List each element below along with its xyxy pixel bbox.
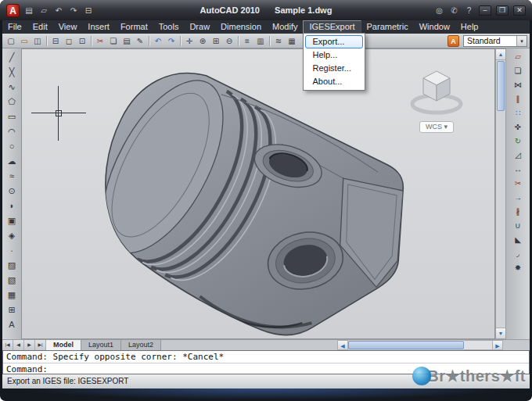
open-file-icon[interactable]: ▭ [18, 35, 31, 47]
next-tab-icon[interactable]: ▶ [24, 340, 35, 350]
menu-modify[interactable]: Modify [267, 20, 303, 34]
scroll-down-icon[interactable]: ▼ [496, 328, 505, 338]
menu-draw[interactable]: Draw [184, 20, 215, 34]
layers-icon[interactable]: ≋ [272, 35, 285, 47]
publish-icon[interactable]: ⊡ [76, 35, 88, 47]
zoom-realtime-icon[interactable]: ⊕ [196, 35, 209, 47]
previous-tab-icon[interactable]: ◀ [13, 340, 24, 350]
chamfer-icon[interactable]: ◣ [510, 233, 526, 247]
last-tab-icon[interactable]: ▶| [35, 340, 46, 350]
scroll-right-icon[interactable]: ▶ [492, 340, 503, 350]
ellipse-icon[interactable]: ⊙ [4, 184, 20, 199]
spline-icon[interactable]: ≈ [4, 169, 20, 184]
plot-tool-icon[interactable]: ⊟ [49, 35, 62, 47]
menu-view[interactable]: View [53, 20, 83, 34]
close-button[interactable]: ✕ [513, 5, 526, 16]
menu-item-about[interactable]: About... [305, 75, 363, 88]
menu-parametric[interactable]: Parametric [361, 20, 414, 34]
tab-model[interactable]: Model [46, 340, 81, 350]
copy-object-icon[interactable]: ❏ [510, 64, 526, 78]
menu-insert[interactable]: Insert [82, 20, 115, 34]
erase-icon[interactable]: ▱ [510, 50, 526, 64]
vertical-scroll-thumb[interactable] [497, 61, 505, 111]
undo-tool-icon[interactable]: ↶ [152, 35, 164, 47]
join-icon[interactable]: ∪ [510, 219, 526, 233]
viewcube[interactable]: WCS ▾ [408, 65, 465, 133]
menu-edit[interactable]: Edit [27, 20, 53, 34]
scroll-up-icon[interactable]: ▲ [496, 49, 505, 60]
communication-center-icon[interactable]: ✆ [449, 6, 459, 15]
polygon-icon[interactable]: ⬠ [4, 95, 20, 109]
arc-icon[interactable]: ◠ [4, 124, 20, 139]
plot-preview-icon[interactable]: ◻ [63, 35, 75, 47]
horizontal-scrollbar[interactable]: ◀ ▶ [337, 340, 503, 350]
cut-icon[interactable]: ✂ [94, 35, 106, 47]
table-icon[interactable]: ⊞ [4, 303, 20, 317]
vertical-scroll-track[interactable] [496, 112, 505, 328]
region-icon[interactable]: ▦ [4, 288, 20, 303]
menu-window[interactable]: Window [414, 20, 455, 34]
construction-line-icon[interactable]: ╳ [4, 65, 20, 80]
mirror-icon[interactable]: ⋈ [510, 78, 526, 92]
insert-block-icon[interactable]: ▣ [4, 213, 20, 228]
multiline-text-icon[interactable]: A [4, 317, 20, 332]
hatch-icon[interactable]: ▨ [4, 258, 20, 273]
pan-icon[interactable]: ✛ [183, 35, 196, 47]
revision-cloud-icon[interactable]: ☁ [4, 154, 20, 169]
explode-icon[interactable]: ✸ [510, 261, 526, 275]
menu-help[interactable]: Help [455, 20, 484, 34]
design-center-icon[interactable]: ▥ [254, 35, 267, 47]
fillet-icon[interactable]: ◞ [510, 247, 526, 261]
move-icon[interactable]: ✜ [510, 120, 526, 134]
polyline-icon[interactable]: ∿ [4, 80, 20, 95]
viewcube-icon[interactable] [409, 65, 464, 115]
search-icon[interactable]: ◎ [434, 6, 444, 15]
horizontal-scroll-thumb[interactable] [348, 341, 464, 349]
horizontal-scroll-track[interactable] [464, 340, 492, 350]
menu-igesexport[interactable]: IGESExport Export... Help... Register...… [303, 20, 361, 34]
extend-icon[interactable]: → [510, 191, 526, 205]
workspace-icon[interactable]: A [448, 35, 459, 47]
menu-tools[interactable]: Tools [153, 20, 185, 34]
point-icon[interactable]: ∙ [4, 243, 20, 258]
style-dropdown[interactable]: Standard ▾ [463, 35, 527, 47]
gradient-icon[interactable]: ▧ [4, 273, 20, 288]
rotate-icon[interactable]: ↻ [510, 134, 526, 149]
menu-item-export[interactable]: Export... [305, 35, 363, 48]
help-icon[interactable]: ? [464, 6, 474, 15]
drawing-viewport[interactable]: WCS ▾ [21, 48, 495, 339]
menu-item-register[interactable]: Register... [305, 62, 363, 75]
menu-file[interactable]: File [2, 20, 27, 34]
line-icon[interactable]: ╱ [4, 50, 20, 65]
break-icon[interactable]: ∦ [510, 205, 526, 219]
array-icon[interactable]: ∷ [510, 106, 526, 120]
menu-dimension[interactable]: Dimension [215, 20, 267, 34]
stretch-icon[interactable]: ↔ [510, 163, 526, 177]
properties-icon[interactable]: ≡ [241, 35, 253, 47]
zoom-window-icon[interactable]: ⊞ [210, 35, 222, 47]
trim-icon[interactable]: ✂ [510, 177, 526, 191]
paste-icon[interactable]: ▤ [120, 35, 133, 47]
make-block-icon[interactable]: ◈ [4, 228, 20, 243]
chevron-down-icon[interactable]: ▾ [516, 36, 527, 46]
save-icon[interactable]: ◫ [31, 35, 44, 47]
layer-properties-icon[interactable]: ▦ [286, 35, 298, 47]
minimize-button[interactable]: – [479, 5, 491, 16]
menu-format[interactable]: Format [115, 20, 153, 34]
first-tab-icon[interactable]: |◀ [2, 340, 13, 350]
vertical-scrollbar[interactable]: ▲ ▼ [495, 48, 506, 339]
qnew-icon[interactable]: ▢ [5, 35, 17, 47]
wcs-selector[interactable]: WCS ▾ [419, 121, 454, 133]
tab-layout1[interactable]: Layout1 [81, 340, 121, 350]
scale-icon[interactable]: ◿ [510, 149, 526, 163]
rectangle-icon[interactable]: ▭ [4, 109, 20, 124]
tab-layout2[interactable]: Layout2 [121, 340, 161, 350]
restore-button[interactable]: ❐ [496, 5, 509, 16]
scroll-left-icon[interactable]: ◀ [337, 340, 348, 350]
match-properties-icon[interactable]: ✎ [134, 35, 146, 47]
ellipse-arc-icon[interactable]: ◗ [4, 199, 20, 213]
offset-icon[interactable]: ∥ [510, 92, 526, 106]
redo-tool-icon[interactable]: ↷ [165, 35, 178, 47]
copy-clip-icon[interactable]: ❏ [107, 35, 120, 47]
zoom-previous-icon[interactable]: ⊖ [223, 35, 235, 47]
